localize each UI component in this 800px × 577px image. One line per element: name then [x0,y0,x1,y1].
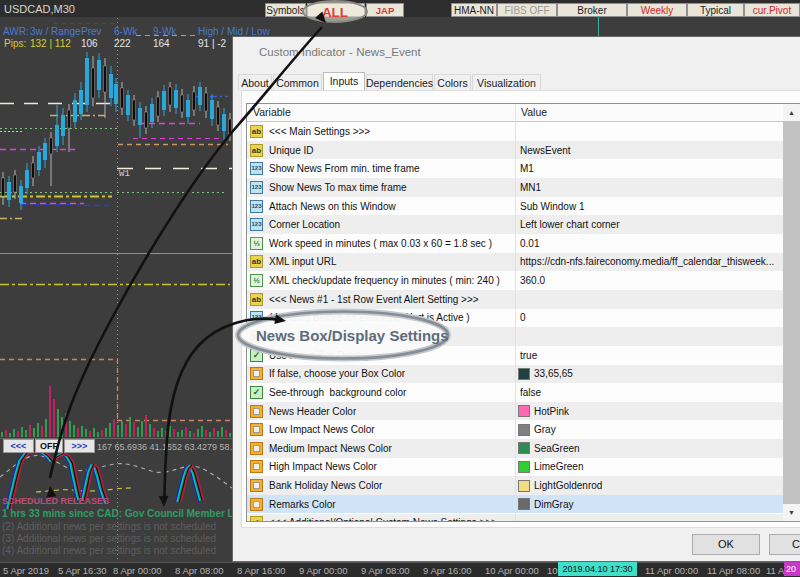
svg-text:W1: W1 [119,169,130,179]
